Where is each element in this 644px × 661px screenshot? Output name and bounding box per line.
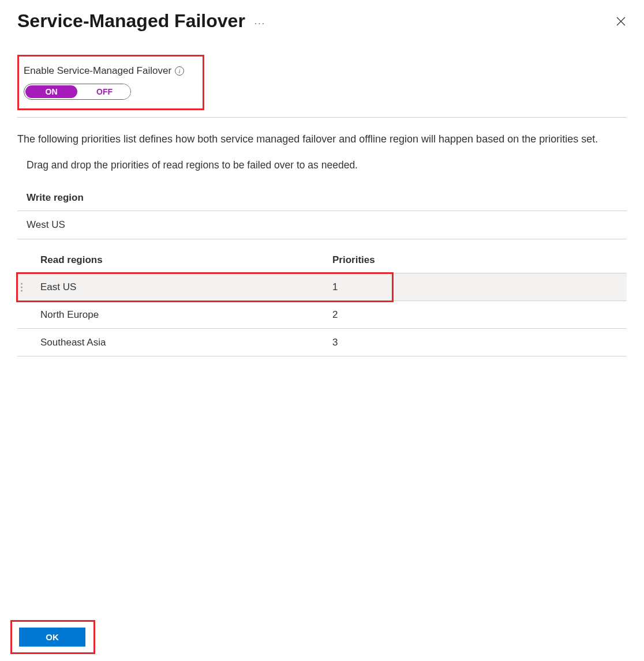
- write-region-header: Write region: [17, 184, 627, 211]
- footer: OK: [10, 620, 95, 654]
- read-region-row[interactable]: North Europe 2: [17, 301, 627, 329]
- enable-label-row: Enable Service-Managed Failover i: [24, 65, 198, 77]
- table-header-row: Read regions Priorities: [17, 254, 627, 273]
- priority-cell: 2: [332, 309, 338, 321]
- read-regions-column-header: Read regions: [17, 254, 332, 266]
- title-wrap: Service-Managed Failover ···: [17, 10, 265, 32]
- page-title: Service-Managed Failover: [17, 10, 245, 32]
- info-icon[interactable]: i: [175, 66, 184, 76]
- failover-toggle[interactable]: ON OFF: [24, 84, 131, 100]
- toggle-on-option[interactable]: ON: [25, 85, 77, 98]
- read-regions-table: Read regions Priorities East US 1 North …: [17, 254, 627, 356]
- divider: [17, 117, 627, 118]
- write-region-value: West US: [17, 211, 627, 239]
- enable-failover-section: Enable Service-Managed Failover i ON OFF: [17, 55, 204, 110]
- toggle-off-option[interactable]: OFF: [78, 84, 130, 99]
- priorities-column-header: Priorities: [332, 254, 375, 266]
- read-region-row[interactable]: East US 1: [17, 273, 627, 301]
- ok-button[interactable]: OK: [19, 628, 85, 647]
- priorities-description: The following priorities list defines ho…: [17, 132, 627, 147]
- panel-header: Service-Managed Failover ···: [0, 0, 644, 37]
- priority-cell: 3: [332, 337, 338, 348]
- close-icon[interactable]: [615, 16, 627, 27]
- drag-handle-icon[interactable]: [21, 283, 23, 291]
- panel-content: Enable Service-Managed Failover i ON OFF…: [0, 55, 644, 356]
- more-icon[interactable]: ···: [251, 14, 265, 29]
- region-name-cell: Southeast Asia: [17, 337, 332, 348]
- drag-instruction: Drag and drop the priorities of read reg…: [17, 159, 627, 171]
- region-name-cell: East US: [17, 281, 332, 293]
- read-region-row[interactable]: Southeast Asia 3: [17, 329, 627, 356]
- enable-failover-label: Enable Service-Managed Failover: [24, 65, 171, 77]
- region-name-cell: North Europe: [17, 309, 332, 321]
- priority-cell: 1: [332, 281, 338, 293]
